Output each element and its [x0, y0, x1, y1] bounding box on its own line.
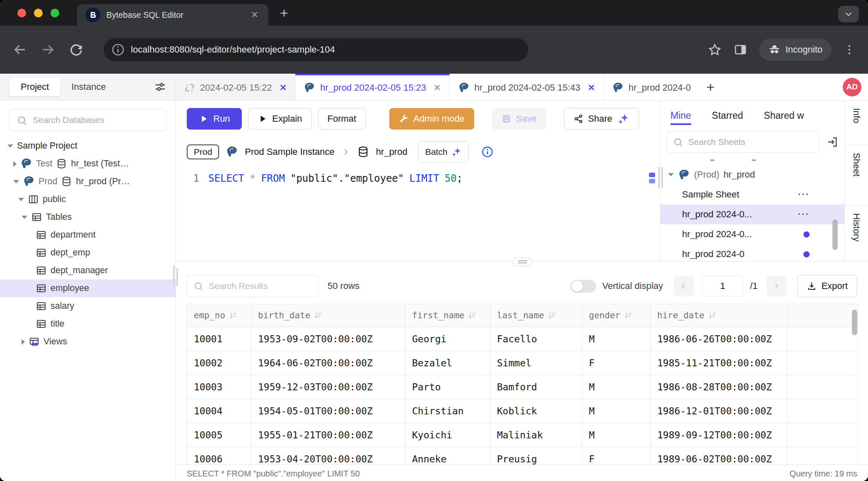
tab-shared[interactable]: Shared w	[764, 110, 804, 121]
share-button[interactable]: Share	[564, 108, 639, 130]
tab-starred[interactable]: Starred	[712, 110, 743, 121]
zoom-window-button[interactable]	[51, 9, 59, 17]
tree-item-table-department[interactable]: department	[0, 226, 176, 244]
new-tab-button[interactable]: +	[280, 5, 288, 21]
tree-item-table-dept-emp[interactable]: dept_emp	[0, 244, 176, 262]
save-button[interactable]: Save	[492, 108, 546, 130]
scrollbar-thumb[interactable]	[852, 310, 857, 335]
divider-drag-handle[interactable]	[513, 257, 533, 266]
page-number-input[interactable]	[702, 276, 743, 296]
filter-settings-icon[interactable]	[154, 81, 166, 93]
address-bar[interactable]: localhost:8080/sql-editor/sheet/project-…	[104, 38, 528, 61]
close-tab-icon[interactable]: ✕	[434, 83, 441, 93]
minimize-window-button[interactable]	[34, 9, 43, 17]
sheet-tab-3[interactable]: hr_prod 2024-02-05 15:43 ✕	[450, 74, 604, 100]
table-row: 100041954-05-01T00:00:00ZChirstianKoblic…	[187, 399, 858, 423]
tree-item-views[interactable]: Views	[0, 333, 176, 351]
scrollbar-thumb[interactable]	[832, 219, 838, 250]
clipped-row[interactable]	[661, 159, 844, 165]
close-tab-icon[interactable]: ✕	[588, 83, 595, 93]
column-header-emp-no[interactable]: emp_no	[187, 304, 251, 327]
user-avatar[interactable]: AD	[843, 78, 861, 96]
explain-button[interactable]: Explain	[248, 108, 311, 130]
tree-item-schema-public[interactable]: public	[0, 190, 176, 208]
admin-mode-button[interactable]: Admin mode	[389, 108, 474, 130]
sort-icon[interactable]	[547, 311, 557, 320]
tree-item-table-salary[interactable]: salary	[0, 297, 176, 315]
sheet-tab-1[interactable]: 2024-02-05 15:22 ✕	[176, 74, 295, 100]
back-icon[interactable]	[12, 42, 27, 57]
reload-icon[interactable]	[69, 42, 84, 57]
sort-icon[interactable]	[624, 311, 633, 320]
side-tab-sheet[interactable]: Sheet	[845, 145, 868, 206]
more-actions-icon[interactable]: ···	[798, 209, 810, 220]
scrollbar-mark	[649, 179, 655, 183]
chevron-right-icon[interactable]	[22, 339, 25, 345]
chevron-down-icon[interactable]	[7, 144, 13, 148]
query-time: Query time: 19 ms	[790, 469, 857, 479]
column-header-hire-date[interactable]: hire_date	[651, 304, 788, 327]
batch-button[interactable]: Batch	[418, 141, 469, 163]
browser-tab[interactable]: Bytebase SQL Editor ✕	[77, 4, 268, 26]
chevron-down-icon[interactable]	[18, 198, 24, 201]
new-sheet-tab-button[interactable]: +	[700, 74, 721, 100]
tree-item-project[interactable]: Sample Project	[0, 137, 176, 155]
sort-icon[interactable]	[708, 311, 717, 320]
search-results-input[interactable]	[187, 275, 318, 297]
site-info-icon[interactable]	[111, 43, 125, 57]
column-header-gender[interactable]: gender	[582, 304, 651, 327]
forward-icon[interactable]	[41, 42, 55, 57]
tab-instance[interactable]: Instance	[60, 77, 116, 96]
run-button[interactable]: Run	[187, 108, 242, 130]
vertical-display-toggle[interactable]	[571, 280, 596, 293]
chevron-right-icon[interactable]	[13, 161, 17, 167]
column-header-last-name[interactable]: last_name	[490, 304, 582, 327]
browser-menu-icon[interactable]	[843, 43, 856, 56]
chevron-down-icon[interactable]	[13, 180, 19, 183]
main-area: 2024-02-05 15:22 ✕ hr_prod 2024-02-05 15…	[176, 74, 868, 481]
tree-item-table-title[interactable]: title	[0, 315, 176, 333]
import-sheet-icon[interactable]	[826, 136, 839, 148]
sheet-group-hr-prod[interactable]: (Prod) hr_prod	[661, 165, 844, 185]
info-icon[interactable]	[481, 146, 494, 158]
sort-icon[interactable]	[468, 311, 477, 320]
format-button[interactable]: Format	[318, 108, 366, 130]
tab-mine[interactable]: Mine	[670, 110, 691, 125]
search-databases-input[interactable]	[9, 109, 166, 131]
sheet-item-2[interactable]: hr_prod 2024-0...	[661, 224, 844, 244]
tree-item-table-dept-manager[interactable]: dept_manager	[0, 262, 176, 279]
prev-page-button[interactable]	[674, 276, 694, 296]
sheet-tab-2-active[interactable]: hr_prod 2024-02-05 15:23 ✕	[295, 74, 449, 100]
tree-item-table-employee[interactable]: employee	[0, 279, 176, 297]
next-page-button[interactable]	[767, 276, 786, 296]
tree-item-hr-prod[interactable]: Prod hr_prod (Pr…	[0, 173, 176, 190]
sort-icon[interactable]	[229, 311, 238, 320]
tab-search-chevron-icon[interactable]	[838, 6, 859, 22]
export-button[interactable]: Export	[797, 275, 857, 297]
search-sheets-input[interactable]	[666, 131, 820, 153]
sheet-item-selected[interactable]: hr_prod 2024-0... ···	[661, 204, 844, 224]
column-header-first-name[interactable]: first_name	[405, 304, 490, 327]
side-tab-info[interactable]: Info	[845, 101, 868, 145]
bookmark-star-icon[interactable]	[708, 43, 722, 57]
close-window-button[interactable]	[17, 9, 26, 17]
tree-item-tables[interactable]: Tables	[0, 208, 176, 226]
column-header-birth-date[interactable]: birth_date	[251, 304, 405, 327]
chevron-down-icon[interactable]	[668, 173, 674, 176]
side-panel-icon[interactable]	[733, 43, 747, 57]
sheet-item-3[interactable]: hr_prod 2024-0	[661, 244, 844, 261]
more-actions-icon[interactable]: ···	[798, 189, 810, 200]
sort-icon[interactable]	[313, 311, 323, 320]
sidebar-header: Project Instance	[0, 74, 176, 101]
tree-item-hr-test[interactable]: Test hr_test (Test…	[0, 155, 176, 173]
chevron-down-icon[interactable]	[22, 216, 27, 219]
close-tab-icon[interactable]: ✕	[280, 83, 287, 93]
sql-code-editor[interactable]: 1 SELECT*FROM"public"."employee"LIMIT50;	[176, 167, 660, 261]
tab-project[interactable]: Project	[9, 77, 60, 96]
side-tab-history[interactable]: History	[845, 206, 868, 261]
database-name[interactable]: hr_prod	[376, 147, 407, 157]
close-tab-icon[interactable]: ✕	[249, 10, 260, 20]
sheet-tab-4[interactable]: hr_prod 2024-0	[604, 74, 700, 100]
instance-name[interactable]: Prod Sample Instance	[245, 147, 334, 157]
sheet-item-sample[interactable]: Sample Sheet ···	[661, 185, 844, 204]
